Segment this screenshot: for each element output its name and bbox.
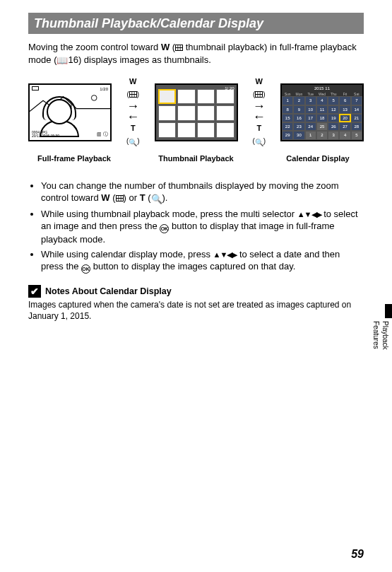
thumbnail-selected	[158, 89, 177, 105]
bullet-2: While using thumbnail playback mode, pre…	[41, 208, 364, 246]
svg-rect-11	[134, 92, 136, 94]
caption-row: Full-frame Playback Thumbnail Playback C…	[28, 153, 364, 164]
dow-tue: Tue	[305, 92, 316, 97]
intro-paragraph: Moving the zoom control toward W ( thumb…	[28, 41, 364, 66]
side-tab: Playback Features	[375, 304, 392, 375]
svg-rect-4	[176, 48, 178, 50]
thumbnail-grid-icon	[175, 45, 183, 51]
ok-button-icon: OK	[160, 224, 169, 233]
svg-rect-2	[178, 45, 180, 47]
svg-rect-16	[256, 92, 258, 94]
svg-rect-18	[261, 92, 263, 94]
multi-selector-arrows-icon: ▲▼◀▶	[213, 250, 237, 259]
svg-rect-23	[117, 196, 119, 198]
calendar-selected-day: 20	[339, 114, 350, 122]
svg-rect-20	[259, 95, 261, 97]
t-label-2: T	[256, 124, 261, 132]
dow-fri: Fri	[339, 92, 350, 97]
svg-rect-6	[181, 48, 183, 50]
dow-wed: Wed	[316, 92, 328, 97]
t-label-1: T	[131, 124, 136, 132]
t-glyph-2: (🔍)	[252, 136, 266, 148]
full-frame-figure: 1/20 ▣ 0004.JPG 20/11/2015 15:30 ▥ ⓘ	[28, 83, 112, 141]
dow-sat: Sat	[351, 92, 362, 97]
zoom-arrows-1: W () → ← T (🔍)	[126, 76, 140, 147]
full-frame-info: 0004.JPG 20/11/2015 15:30	[32, 131, 59, 139]
calendar-grid: 1234567 891011121314 15161718192021 2223…	[282, 96, 362, 139]
zoom-arrows-2: W () → ← T (🔍)	[252, 76, 266, 147]
page-number: 59	[351, 547, 364, 562]
arrow-left-1: ←	[126, 113, 139, 121]
note-check-icon: ✔	[28, 285, 41, 298]
w-glyph-1: ()	[126, 90, 139, 100]
svg-rect-17	[259, 92, 261, 94]
dow-thu: Thu	[328, 92, 339, 97]
side-tab-label: Playback Features	[371, 321, 390, 375]
svg-rect-21	[261, 95, 263, 97]
svg-rect-26	[117, 199, 119, 201]
svg-rect-25	[121, 196, 123, 198]
caption-full: Full-frame Playback	[28, 153, 120, 164]
bullet-1: You can change the number of thumbnails …	[41, 180, 364, 206]
svg-rect-10	[132, 92, 134, 94]
svg-rect-14	[134, 95, 136, 97]
calendar-header: 2015 11	[282, 85, 362, 92]
arrow-right-1: →	[126, 103, 139, 110]
bullet-3: While using calendar display mode, press…	[41, 248, 364, 274]
thumbnail-grid-icon	[116, 195, 124, 202]
intro-w-symbol: W	[161, 42, 170, 52]
figure-row: 1/20 ▣ 0004.JPG 20/11/2015 15:30 ▥ ⓘ W (…	[28, 76, 364, 147]
arrow-right-2: →	[253, 103, 266, 110]
thumbnail-screen: 1/ 20	[155, 83, 238, 141]
dow-sun: Sun	[282, 92, 293, 97]
thumbnail-figure: 1/ 20	[155, 83, 238, 141]
svg-rect-9	[130, 92, 132, 94]
full-frame-bottom-icons: ▥ ⓘ	[97, 131, 108, 137]
note-body: Images captured when the camera's date i…	[28, 299, 364, 322]
full-frame-screen: 1/20 ▣ 0004.JPG 20/11/2015 15:30 ▥ ⓘ	[28, 83, 112, 141]
w-label-1: W	[129, 77, 136, 86]
svg-point-7	[91, 95, 97, 100]
caption-cal: Calendar Display	[272, 153, 364, 164]
note-heading: ✔ Notes About Calendar Display	[28, 285, 364, 298]
svg-rect-24	[119, 196, 121, 198]
svg-rect-27	[119, 199, 121, 201]
w-label-2: W	[256, 77, 263, 86]
svg-rect-28	[121, 199, 123, 201]
t-glyph-1: (🔍)	[126, 136, 140, 148]
svg-rect-3	[181, 45, 183, 47]
calendar-figure: 2015 11 Sun Mon Tue Wed Thu Fri Sat 1234…	[280, 83, 364, 141]
caption-thumb: Thumbnail Playback	[120, 153, 272, 164]
dow-mon: Mon	[293, 92, 304, 97]
side-tab-marker	[385, 304, 392, 318]
calendar-year: 2015	[314, 86, 323, 91]
calendar-dow-row: Sun Mon Tue Wed Thu Fri Sat	[282, 92, 362, 97]
calendar-month: 11	[325, 86, 330, 91]
intro-text-1: Moving the zoom control toward	[28, 42, 161, 52]
arrow-left-2: ←	[253, 113, 266, 121]
svg-rect-19	[256, 95, 258, 97]
svg-rect-13	[132, 95, 134, 97]
thumb-counter: 1/ 20	[225, 86, 234, 91]
multi-selector-arrows-icon: ▲▼◀▶	[297, 210, 321, 218]
battery-icon	[32, 86, 39, 91]
calendar-screen: 2015 11 Sun Mon Tue Wed Thu Fri Sat 1234…	[280, 83, 364, 141]
datetime: 20/11/2015 15:30	[32, 134, 59, 139]
manual-ref-icon: 📖	[57, 54, 68, 67]
intro-ref-text: 16) displays images as thumbnails.	[68, 54, 210, 65]
svg-rect-12	[130, 95, 132, 97]
svg-rect-5	[178, 48, 180, 50]
ok-button-icon: OK	[81, 264, 90, 274]
bullet-list: You can change the number of thumbnails …	[28, 180, 364, 274]
w-glyph-2: ()	[253, 90, 266, 100]
full-frame-counter: 1/20	[100, 86, 108, 92]
svg-rect-1	[176, 45, 178, 47]
magnify-icon: 🔍	[151, 193, 162, 206]
section-heading: Thumbnail Playback/Calendar Display	[28, 13, 364, 34]
note-title: Notes About Calendar Display	[45, 286, 172, 298]
